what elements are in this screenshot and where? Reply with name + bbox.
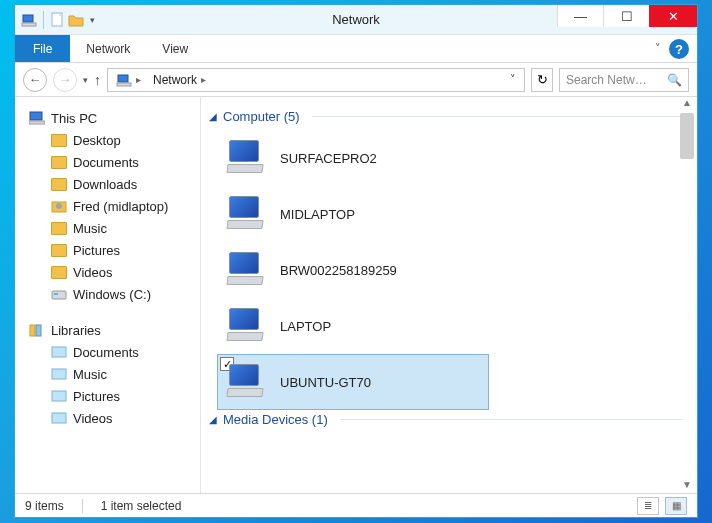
group-label: Computer (5) (223, 109, 300, 124)
collapse-icon[interactable]: ◢ (209, 414, 217, 425)
ribbon-expand-icon[interactable]: ˅ (655, 42, 661, 55)
sidebar-item-label: Pictures (73, 389, 120, 404)
vertical-scrollbar[interactable]: ▲ ▼ (679, 97, 695, 493)
chevron-right-icon[interactable]: ▸ (201, 74, 206, 85)
folder-icon (51, 242, 67, 258)
maximize-button[interactable]: ☐ (603, 5, 649, 27)
ribbon-tab-view[interactable]: View (146, 35, 204, 62)
this-pc-icon (29, 110, 45, 126)
breadcrumb-label: Network (153, 73, 197, 87)
svg-rect-4 (117, 83, 131, 86)
collapse-icon[interactable]: ◢ (209, 111, 217, 122)
item-label: LAPTOP (280, 319, 331, 334)
window-title: Network (332, 12, 380, 27)
svg-rect-5 (30, 112, 42, 120)
sidebar-item-videos[interactable]: Videos (29, 261, 196, 283)
library-icon (51, 388, 67, 404)
close-button[interactable]: ✕ (649, 5, 697, 27)
explorer-body: This PC Desktop Documents Downloads Fred… (15, 97, 697, 493)
network-computer-item[interactable]: ✓ LAPTOP (217, 298, 489, 354)
address-bar[interactable]: ▸ Network ▸ ˅ (107, 68, 525, 92)
svg-rect-11 (30, 325, 35, 336)
scroll-down-icon[interactable]: ▼ (680, 479, 694, 493)
scroll-up-icon[interactable]: ▲ (680, 97, 694, 111)
svg-rect-6 (29, 121, 45, 124)
sidebar-item-documents[interactable]: Documents (29, 151, 196, 173)
folder-icon[interactable] (68, 13, 84, 27)
svg-rect-14 (52, 369, 66, 379)
breadcrumb-root[interactable]: ▸ (112, 72, 145, 88)
sidebar-item-label: Desktop (73, 133, 121, 148)
document-icon[interactable] (50, 12, 64, 28)
forward-button[interactable]: → (53, 68, 77, 92)
help-icon[interactable]: ? (669, 39, 689, 59)
network-computer-item[interactable]: ✓ UBUNTU-GT70 (217, 354, 489, 410)
computer-icon (224, 305, 266, 347)
tiles-view-button[interactable]: ▦ (665, 497, 687, 515)
search-icon: 🔍 (667, 73, 682, 87)
chevron-right-icon[interactable]: ▸ (136, 74, 141, 85)
folder-icon (51, 264, 67, 280)
svg-rect-1 (22, 23, 36, 26)
item-label: UBUNTU-GT70 (280, 375, 371, 390)
scroll-thumb[interactable] (680, 113, 694, 159)
sidebar-item-lib-documents[interactable]: Documents (29, 341, 196, 363)
title-bar: ▾ Network — ☐ ✕ (15, 5, 697, 35)
sidebar-item-user-fred[interactable]: Fred (midlaptop) (29, 195, 196, 217)
svg-rect-10 (54, 293, 58, 295)
navigation-pane: This PC Desktop Documents Downloads Fred… (15, 97, 201, 493)
minimize-button[interactable]: — (557, 5, 603, 27)
group-header[interactable]: ◢Media Devices (1) (209, 412, 683, 427)
details-view-button[interactable]: ≣ (637, 497, 659, 515)
sidebar-item-lib-videos[interactable]: Videos (29, 407, 196, 429)
sidebar-item-pictures[interactable]: Pictures (29, 239, 196, 261)
sidebar-item-lib-pictures[interactable]: Pictures (29, 385, 196, 407)
network-computer-item[interactable]: ✓ SURFACEPRO2 (217, 130, 489, 186)
sidebar-item-lib-music[interactable]: Music (29, 363, 196, 385)
sidebar-item-label: Fred (midlaptop) (73, 199, 168, 214)
sidebar-item-label: Music (73, 367, 107, 382)
sidebar-item-downloads[interactable]: Downloads (29, 173, 196, 195)
svg-point-8 (56, 203, 62, 209)
sidebar-item-this-pc[interactable]: This PC (29, 107, 196, 129)
file-tab[interactable]: File (15, 35, 70, 62)
quick-access-dropdown-icon[interactable]: ▾ (90, 15, 95, 25)
group-header[interactable]: ◢Computer (5) (209, 109, 683, 124)
computer-icon (224, 193, 266, 235)
svg-rect-12 (36, 325, 41, 336)
sidebar-item-music[interactable]: Music (29, 217, 196, 239)
library-icon (51, 410, 67, 426)
navigation-bar: ← → ▾ ↑ ▸ Network ▸ ˅ ↻ Search Netw… 🔍 (15, 63, 697, 97)
item-label: MIDLAPTOP (280, 207, 355, 222)
ribbon-tab-network[interactable]: Network (70, 35, 146, 62)
address-dropdown-icon[interactable]: ˅ (510, 73, 516, 86)
item-label: SURFACEPRO2 (280, 151, 377, 166)
refresh-button[interactable]: ↻ (531, 68, 553, 92)
status-item-count: 9 items (25, 499, 64, 513)
back-button[interactable]: ← (23, 68, 47, 92)
user-folder-icon (51, 198, 67, 214)
up-button[interactable]: ↑ (94, 72, 101, 88)
breadcrumb-segment[interactable]: Network ▸ (149, 73, 210, 87)
svg-rect-3 (118, 75, 128, 82)
sidebar-item-label: Documents (73, 345, 139, 360)
drive-icon (51, 286, 67, 302)
svg-rect-0 (23, 15, 33, 22)
item-label: BRW002258189259 (280, 263, 397, 278)
network-computer-item[interactable]: ✓ BRW002258189259 (217, 242, 489, 298)
sidebar-item-label: Pictures (73, 243, 120, 258)
recent-locations-icon[interactable]: ▾ (83, 75, 88, 85)
sidebar-item-label: Videos (73, 265, 113, 280)
sidebar-item-desktop[interactable]: Desktop (29, 129, 196, 151)
computer-icon (224, 137, 266, 179)
sidebar-item-drive-c[interactable]: Windows (C:) (29, 283, 196, 305)
network-computer-item[interactable]: ✓ MIDLAPTOP (217, 186, 489, 242)
sidebar-item-libraries[interactable]: Libraries (29, 319, 196, 341)
search-input[interactable]: Search Netw… 🔍 (559, 68, 689, 92)
computer-icon (224, 249, 266, 291)
sidebar-item-label: Downloads (73, 177, 137, 192)
sidebar-item-label: Windows (C:) (73, 287, 151, 302)
folder-icon (51, 154, 67, 170)
sidebar-item-label: This PC (51, 111, 97, 126)
folder-icon (51, 220, 67, 236)
